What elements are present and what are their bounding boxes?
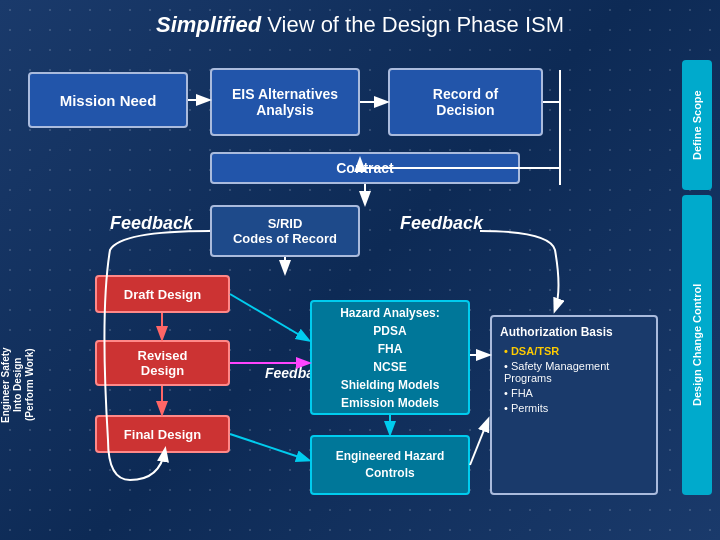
title-suffix: View of the Design Phase ISM [261, 12, 564, 37]
revised-design-box: RevisedDesign [95, 340, 230, 386]
svg-line-13 [230, 434, 308, 460]
contract-box: Contract [210, 152, 520, 184]
auth-item-dsa: DSA/TSR [504, 345, 648, 357]
hazard-analyses-box: Hazard Analyses:PDSAFHANCSEShielding Mod… [310, 300, 470, 415]
svg-line-15 [470, 420, 488, 465]
rod-box: Record ofDecision [388, 68, 543, 136]
feedback-right-label: Feedback [400, 213, 483, 234]
auth-item-fha: FHA [504, 387, 648, 399]
revised-design-label: RevisedDesign [138, 348, 188, 378]
rod-label: Record ofDecision [433, 86, 498, 118]
draft-design-box: Draft Design [95, 275, 230, 313]
ehc-box: Engineered HazardControls [310, 435, 470, 495]
mission-need-label: Mission Need [60, 92, 157, 109]
mission-need-box: Mission Need [28, 72, 188, 128]
engineer-safety-text: Engineer SafetyInto Design(Perform Work) [0, 347, 36, 423]
auth-basis-title: Authorization Basis [500, 325, 648, 339]
hazard-analyses-label: Hazard Analyses:PDSAFHANCSEShielding Mod… [340, 304, 440, 412]
design-change-bar: Design Change Control [682, 195, 712, 495]
auth-item-permits: Permits [504, 402, 648, 414]
define-scope-bar: Define Scope [682, 60, 712, 190]
eis-label: EIS AlternativesAnalysis [232, 86, 338, 118]
title-italic: Simplified [156, 12, 261, 37]
final-design-box: Final Design [95, 415, 230, 453]
srid-label: S/RIDCodes of Record [233, 216, 337, 246]
auth-basis-box: Authorization Basis DSA/TSR Safety Manag… [490, 315, 658, 495]
slide-title: Simplified View of the Design Phase ISM [156, 12, 564, 38]
final-design-label: Final Design [124, 427, 201, 442]
auth-basis-list: DSA/TSR Safety ManagementPrograms FHA Pe… [500, 345, 648, 414]
engineer-safety-label: Engineer SafetyInto Design(Perform Work) [4, 270, 32, 500]
auth-item-safety: Safety ManagementPrograms [504, 360, 648, 384]
contract-label: Contract [336, 160, 394, 176]
slide: Simplified View of the Design Phase ISM … [0, 0, 720, 540]
eis-box: EIS AlternativesAnalysis [210, 68, 360, 136]
define-scope-label: Define Scope [691, 90, 703, 160]
svg-line-11 [230, 294, 308, 340]
draft-design-label: Draft Design [124, 287, 201, 302]
srid-box: S/RIDCodes of Record [210, 205, 360, 257]
design-change-label: Design Change Control [691, 284, 703, 406]
ehc-label: Engineered HazardControls [336, 448, 445, 482]
feedback-left-label: Feedback [110, 213, 193, 234]
